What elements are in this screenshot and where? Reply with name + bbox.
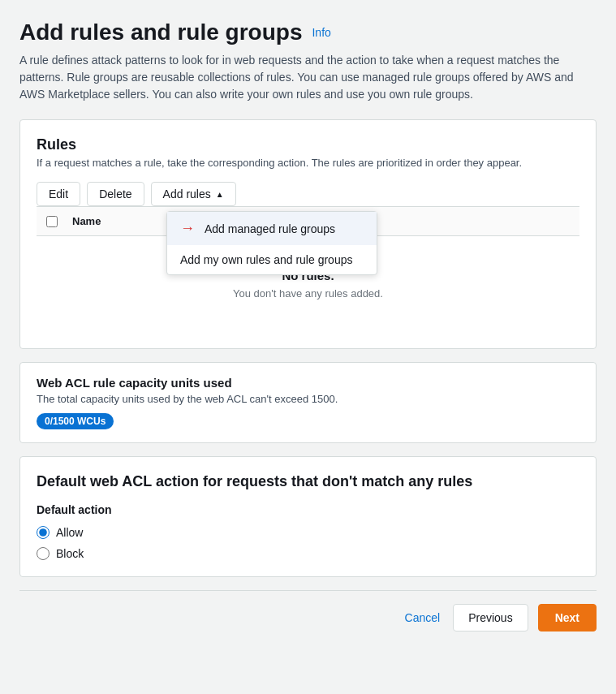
add-managed-label: Add managed rule groups bbox=[205, 222, 335, 235]
info-link[interactable]: Info bbox=[312, 26, 330, 39]
empty-state-description: You don't have any rules added. bbox=[50, 287, 566, 300]
rules-card: Rules If a request matches a rule, take … bbox=[19, 119, 597, 349]
page-header: Add rules and rule groups Info bbox=[19, 19, 597, 45]
default-action-card: Default web ACL action for requests that… bbox=[19, 456, 597, 577]
wcu-title: Web ACL rule capacity units used bbox=[37, 376, 579, 390]
footer: Cancel Previous Next bbox=[19, 590, 597, 644]
default-action-title: Default web ACL action for requests that… bbox=[37, 473, 579, 490]
rules-card-subtitle: If a request matches a rule, take the co… bbox=[37, 157, 579, 169]
header-checkbox-cell bbox=[46, 215, 72, 227]
default-action-label: Default action bbox=[37, 503, 579, 516]
add-own-label: Add my own rules and rule groups bbox=[180, 253, 352, 266]
page-description: A rule defines attack patterns to look f… bbox=[19, 52, 596, 103]
add-rules-label: Add rules bbox=[163, 188, 211, 200]
select-all-checkbox[interactable] bbox=[46, 216, 58, 227]
rules-card-title: Rules bbox=[37, 136, 579, 153]
add-own-rules-item[interactable]: Add my own rules and rule groups bbox=[167, 245, 377, 274]
rules-toolbar: Edit Delete Add rules ▲ → Add managed ru… bbox=[37, 182, 579, 206]
allow-radio[interactable] bbox=[37, 526, 50, 539]
add-rules-button[interactable]: Add rules ▲ bbox=[151, 182, 236, 206]
page-title: Add rules and rule groups bbox=[19, 19, 302, 45]
block-label: Block bbox=[56, 547, 84, 560]
edit-button[interactable]: Edit bbox=[37, 182, 80, 206]
wcu-section: Web ACL rule capacity units used The tot… bbox=[19, 362, 597, 443]
delete-button[interactable]: Delete bbox=[87, 182, 144, 206]
next-button[interactable]: Next bbox=[538, 604, 597, 631]
block-radio[interactable] bbox=[37, 547, 50, 560]
wcu-badge: 0/1500 WCUs bbox=[37, 413, 114, 429]
caret-icon: ▲ bbox=[216, 190, 224, 199]
arrow-icon: → bbox=[180, 220, 195, 237]
block-radio-item[interactable]: Block bbox=[37, 547, 579, 560]
default-action-radio-group: Allow Block bbox=[37, 526, 579, 560]
allow-radio-item[interactable]: Allow bbox=[37, 526, 579, 539]
allow-label: Allow bbox=[56, 526, 83, 539]
cancel-button[interactable]: Cancel bbox=[402, 605, 444, 631]
add-managed-rule-groups-item[interactable]: → Add managed rule groups bbox=[167, 212, 377, 245]
add-rules-dropdown: → Add managed rule groups Add my own rul… bbox=[166, 211, 377, 275]
previous-button[interactable]: Previous bbox=[453, 604, 528, 631]
wcu-description: The total capacity units used by the web… bbox=[37, 393, 579, 405]
